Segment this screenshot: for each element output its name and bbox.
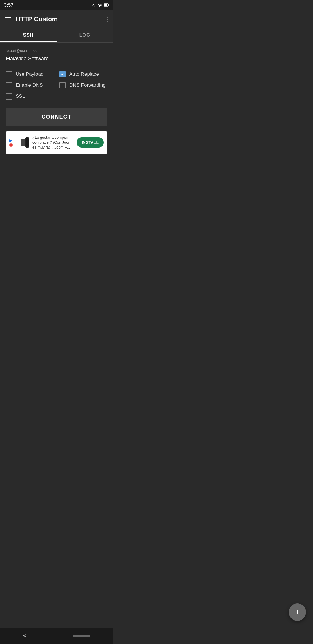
dns-forwarding-label: DNS Forwarding	[69, 82, 106, 88]
ssl-label: SSL	[16, 93, 25, 99]
svg-rect-4	[21, 139, 25, 146]
overflow-menu-button[interactable]	[107, 17, 108, 22]
tab-ssh[interactable]: SSH	[0, 28, 57, 42]
ssh-field-group: ip:port@user:pass	[6, 48, 107, 71]
ssl-checkbox[interactable]: SSL	[6, 93, 54, 100]
checkbox-group: Use Payload Auto Replace Enable DNS DNS …	[6, 71, 107, 100]
svg-rect-1	[104, 4, 107, 6]
status-time: 3:57	[4, 3, 13, 8]
svg-rect-5	[26, 138, 29, 146]
status-icons: ∿	[92, 3, 109, 8]
svg-rect-2	[108, 4, 109, 6]
tab-log[interactable]: LOG	[57, 28, 113, 42]
ssh-field-label: ip:port@user:pass	[6, 48, 107, 53]
ad-text-content: ¿Le gustaría comprar con placer? ¡Con Jo…	[32, 135, 74, 150]
connect-button[interactable]: CONNECT	[6, 108, 107, 126]
battery-icon	[104, 3, 109, 8]
app-title: HTTP Custom	[16, 15, 103, 23]
dns-forwarding-checkbox[interactable]: DNS Forwarding	[59, 82, 107, 88]
status-bar: 3:57 ∿	[0, 0, 113, 10]
wifi-icon	[97, 3, 102, 8]
ad-dot-icon	[9, 143, 13, 147]
ssh-input[interactable]	[6, 54, 107, 64]
use-payload-label: Use Payload	[16, 71, 43, 77]
ad-arrow-icon: ▶	[9, 138, 12, 143]
dns-forwarding-checkbox-box	[59, 82, 66, 88]
auto-replace-checkbox-box	[59, 71, 66, 77]
use-payload-checkbox[interactable]: Use Payload	[6, 71, 54, 77]
auto-replace-checkbox[interactable]: Auto Replace	[59, 71, 107, 77]
enable-dns-checkbox-box	[6, 82, 12, 88]
ssl-checkbox-box	[6, 93, 12, 100]
auto-replace-label: Auto Replace	[69, 71, 99, 77]
enable-dns-label: Enable DNS	[16, 82, 43, 88]
ad-install-button[interactable]: INSTALL	[77, 137, 104, 148]
ssh-content: ip:port@user:pass Use Payload Auto Repla…	[0, 43, 113, 154]
ad-text: ¿Le gustaría comprar con placer? ¡Con Jo…	[32, 135, 74, 150]
use-payload-checkbox-box	[6, 71, 12, 77]
hamburger-menu-button[interactable]	[5, 17, 11, 21]
vibrate-icon: ∿	[92, 3, 96, 8]
tab-bar: SSH LOG	[0, 28, 113, 43]
ad-logo	[21, 137, 30, 148]
ad-banner: ▶ ¿Le gustaría comprar con placer? ¡Con …	[6, 131, 107, 154]
app-bar: HTTP Custom	[0, 10, 113, 28]
enable-dns-checkbox[interactable]: Enable DNS	[6, 82, 54, 88]
ad-icon-area: ▶	[9, 138, 18, 147]
